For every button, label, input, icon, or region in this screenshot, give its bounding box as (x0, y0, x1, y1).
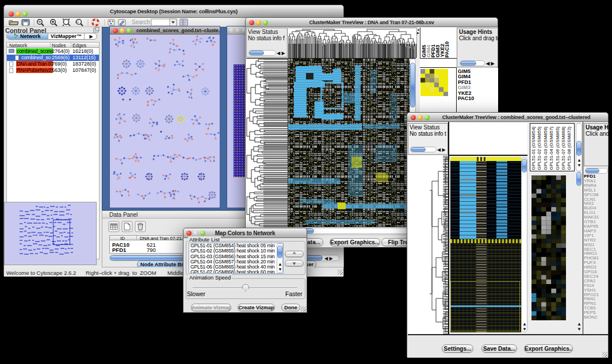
svg-text:1:1: 1:1 (75, 21, 79, 24)
svg-text:Search:: Search: (132, 19, 151, 25)
